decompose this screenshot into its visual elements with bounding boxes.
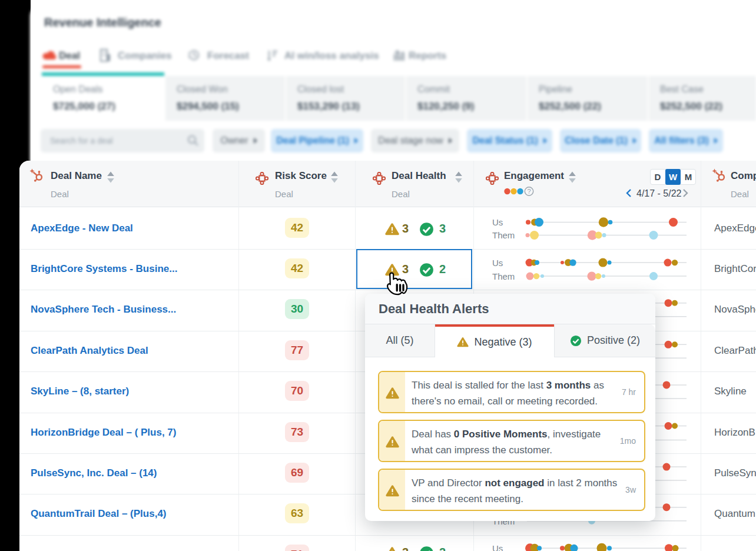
svg-text:?: ?: [527, 188, 530, 195]
